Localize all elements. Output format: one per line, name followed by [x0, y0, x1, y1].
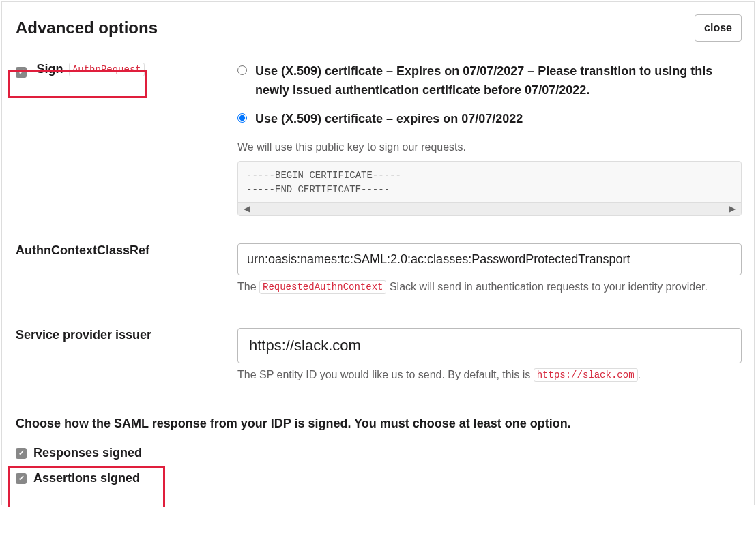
sp-issuer-helper: The SP entity ID you would like us to se… — [237, 366, 742, 384]
sp-issuer-label: Service provider issuer — [16, 328, 151, 342]
sp-issuer-row: Service provider issuer The SP entity ID… — [16, 328, 742, 389]
sign-authnrequest-checkbox[interactable]: ✓ — [16, 67, 27, 78]
authnrequest-code-chip: AuthnRequest — [69, 63, 145, 76]
authn-context-input[interactable] — [237, 243, 742, 275]
sp-issuer-input[interactable] — [237, 328, 742, 363]
authn-context-helper-suffix: Slack will send in authentication reques… — [390, 281, 708, 293]
authn-context-helper-prefix: The — [237, 281, 259, 293]
authn-context-value-col: The RequestedAuthnContext Slack will sen… — [237, 243, 742, 301]
scroll-left-icon[interactable]: ◀ — [244, 204, 250, 213]
cert-option-2-text: Use (X.509) certificate – expires on 07/… — [255, 110, 523, 129]
cert-option-2[interactable]: Use (X.509) certificate – expires on 07/… — [237, 110, 742, 129]
sign-authnrequest-label-text: Sign — [36, 62, 63, 76]
sign-authnrequest-label: ✓ Sign AuthnRequest — [16, 62, 237, 78]
cert-option-1-text: Use (X.509) certificate – Expires on 07/… — [255, 62, 742, 100]
responses-signed-checkbox[interactable]: ✓ — [16, 448, 27, 459]
certificate-scrollbar[interactable]: ◀ ▶ — [238, 202, 741, 215]
authn-context-row: AuthnContextClassRef The RequestedAuthnC… — [16, 243, 742, 301]
sp-issuer-code-chip: https://slack.com — [534, 368, 638, 382]
advanced-options-panel: Advanced options close ✓ Sign AuthnReque… — [1, 1, 755, 505]
scroll-right-icon[interactable]: ▶ — [729, 204, 736, 213]
responses-signed-row[interactable]: ✓ Responses signed — [16, 440, 742, 466]
saml-signing-heading: Choose how the SAML response from your I… — [16, 417, 742, 431]
cert-helper-text: We will use this public key to sign our … — [237, 138, 742, 156]
sign-authnrequest-row: ✓ Sign AuthnRequest Use (X.509) certific… — [16, 62, 742, 216]
sp-issuer-helper-suffix: . — [638, 369, 641, 380]
page-title: Advanced options — [16, 18, 158, 38]
cert-option-2-radio[interactable] — [237, 113, 247, 123]
sign-authnrequest-value: Use (X.509) certificate – Expires on 07/… — [237, 62, 742, 216]
assertions-signed-checkbox[interactable]: ✓ — [16, 473, 27, 484]
sp-issuer-label-col: Service provider issuer — [16, 328, 237, 342]
cert-option-1[interactable]: Use (X.509) certificate – Expires on 07/… — [237, 62, 742, 100]
requested-authn-context-chip: RequestedAuthnContext — [259, 280, 386, 294]
cert-option-1-radio[interactable] — [237, 65, 247, 75]
header-row: Advanced options close — [16, 14, 742, 42]
assertions-signed-label: Assertions signed — [33, 471, 140, 485]
authn-context-helper: The RequestedAuthnContext Slack will sen… — [237, 278, 742, 296]
close-button[interactable]: close — [695, 14, 742, 42]
sp-issuer-helper-prefix: The SP entity ID you would like us to se… — [237, 369, 534, 380]
responses-signed-label: Responses signed — [33, 446, 142, 460]
authn-context-label-col: AuthnContextClassRef — [16, 243, 237, 258]
assertions-signed-row[interactable]: ✓ Assertions signed — [16, 466, 742, 491]
sp-issuer-value-col: The SP entity ID you would like us to se… — [237, 328, 742, 389]
certificate-box: -----BEGIN CERTIFICATE----- -----END CER… — [237, 161, 742, 216]
authn-context-label: AuthnContextClassRef — [16, 243, 149, 257]
certificate-content[interactable]: -----BEGIN CERTIFICATE----- -----END CER… — [238, 162, 741, 202]
